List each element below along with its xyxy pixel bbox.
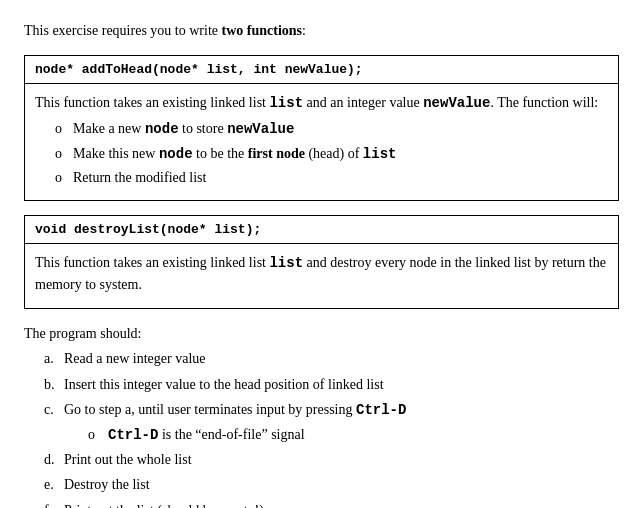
bullet2-first-node: first node — [248, 146, 305, 161]
function1-bullet-1: Make a new node to store newValue — [55, 118, 608, 140]
bullet2-node: node — [159, 146, 193, 162]
function1-signature: node* addToHead(node* list, int newValue… — [25, 56, 618, 84]
bullet2-list: list — [363, 146, 397, 162]
intro-text-after: : — [302, 23, 306, 38]
item-f-text: Print out the list (should be empty!) — [64, 503, 264, 508]
bullet3-text: Return the modified list — [73, 170, 206, 185]
function2-box: void destroyList(node* list); This funct… — [24, 215, 619, 310]
function2-signature: void destroyList(node* list); — [25, 216, 618, 244]
item-e-label: e. — [44, 474, 54, 496]
item-c-label: c. — [44, 399, 54, 421]
program-item-c: c. Go to step a, until user terminates i… — [44, 399, 619, 446]
bullet1-node: node — [145, 121, 179, 137]
function2-description: This function takes an existing linked l… — [25, 244, 618, 309]
intro-paragraph: This exercise requires you to write two … — [24, 20, 619, 41]
program-list: a. Read a new integer value b. Insert th… — [44, 348, 619, 508]
desc1-newvalue-kw: newValue — [423, 95, 490, 111]
item-d-label: d. — [44, 449, 55, 471]
item-b-text: Insert this integer value to the head po… — [64, 377, 384, 392]
item-a-text: Read a new integer value — [64, 351, 206, 366]
program-item-a: a. Read a new integer value — [44, 348, 619, 370]
item-d-text: Print out the whole list — [64, 452, 192, 467]
program-item-d: d. Print out the whole list — [44, 449, 619, 471]
function1-bullets: Make a new node to store newValue Make t… — [55, 118, 608, 189]
desc1-before: This function takes an existing linked l… — [35, 95, 269, 110]
function1-bullet-2: Make this new node to be the first node … — [55, 143, 608, 165]
item-c-ctrl-d: Ctrl-D — [356, 402, 406, 418]
program-section: The program should: a. Read a new intege… — [24, 323, 619, 508]
item-b-label: b. — [44, 374, 55, 396]
item-a-label: a. — [44, 348, 54, 370]
function1-bullet-3: Return the modified list — [55, 167, 608, 189]
desc2-list-kw: list — [269, 255, 303, 271]
sub-ctrl-d: Ctrl-D — [108, 427, 158, 443]
program-sub-item-1: Ctrl-D is the “end-of-file” signal — [88, 424, 619, 446]
desc1-end: . The function will: — [490, 95, 598, 110]
item-f-label: f. — [44, 500, 52, 508]
program-heading: The program should: — [24, 323, 619, 344]
program-item-f: f. Print out the list (should be empty!) — [44, 500, 619, 508]
bullet1-newvalue: newValue — [227, 121, 294, 137]
program-sub-list: Ctrl-D is the “end-of-file” signal — [88, 424, 619, 446]
item-e-text: Destroy the list — [64, 477, 150, 492]
function1-description: This function takes an existing linked l… — [25, 84, 618, 200]
function1-box: node* addToHead(node* list, int newValue… — [24, 55, 619, 201]
desc1-list-kw: list — [269, 95, 303, 111]
function2-desc-line1: This function takes an existing linked l… — [35, 252, 608, 297]
intro-bold: two functions — [222, 23, 303, 38]
program-item-b: b. Insert this integer value to the head… — [44, 374, 619, 396]
program-item-e: e. Destroy the list — [44, 474, 619, 496]
intro-text-before: This exercise requires you to write — [24, 23, 222, 38]
function1-desc-line1: This function takes an existing linked l… — [35, 92, 608, 114]
desc1-middle: and an integer value — [303, 95, 423, 110]
